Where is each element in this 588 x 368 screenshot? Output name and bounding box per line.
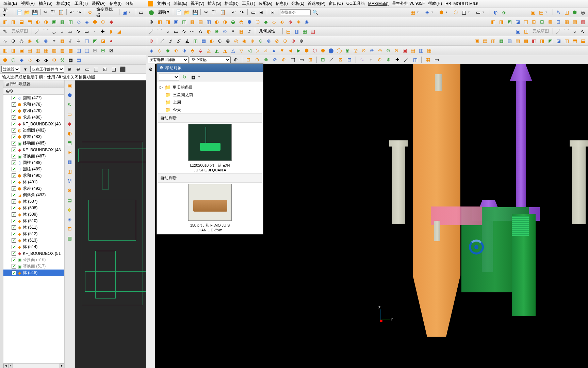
assy-icon[interactable]: ⬢: [1, 56, 9, 64]
tree-item[interactable]: ✔▯圆柱 (489): [3, 166, 64, 172]
checkbox[interactable]: ✔: [12, 135, 16, 139]
res-icon[interactable]: ▤: [66, 196, 74, 204]
tb3-icon[interactable]: ▤: [284, 28, 292, 35]
curve-icon[interactable]: ◎: [18, 37, 25, 45]
snap-icon[interactable]: ⊞: [307, 56, 314, 63]
tb5-icon[interactable]: ▦: [425, 47, 433, 54]
tb5-icon[interactable]: ◀: [287, 47, 294, 54]
arc3-icon[interactable]: ⌓: [66, 28, 74, 35]
filter-select1[interactable]: 过滤器: [1, 66, 20, 73]
tb2-icon[interactable]: ⊟: [538, 18, 546, 26]
tb3-icon[interactable]: ⌖: [229, 28, 237, 35]
checkbox[interactable]: ✔: [12, 180, 16, 184]
feat-icon[interactable]: ▣: [50, 18, 58, 26]
solid-icon[interactable]: ⊟: [99, 47, 107, 54]
tb4-icon[interactable]: ▧: [506, 37, 513, 45]
tree-item[interactable]: ✔◆KF_BOUNDBOX (48: [3, 147, 64, 153]
feat-icon[interactable]: ◑: [42, 18, 50, 26]
cut-icon[interactable]: ✂: [42, 9, 49, 16]
solid-icon[interactable]: ▨: [59, 47, 66, 54]
tb3-icon[interactable]: ○: [164, 28, 172, 35]
assy-icon[interactable]: ⬡: [10, 56, 17, 64]
res-icon[interactable]: ⬖: [66, 206, 74, 213]
tb3-icon[interactable]: ∿: [579, 28, 587, 35]
tb2-icon[interactable]: ◑: [221, 18, 229, 26]
tb2-icon[interactable]: ▦: [563, 18, 570, 26]
checkbox[interactable]: ✔: [12, 232, 16, 236]
tb2-icon[interactable]: ◇: [270, 18, 278, 26]
tb2-icon[interactable]: ◉: [303, 18, 310, 26]
tree-item[interactable]: ✔◆体 (508): [3, 205, 64, 211]
save-icon[interactable]: 💾: [31, 9, 38, 16]
start-dropdown[interactable]: 始 ▾: [1, 7, 12, 17]
checkbox[interactable]: ✔: [12, 251, 16, 256]
tb-icon[interactable]: ⬗: [500, 9, 507, 16]
tb-icon[interactable]: ⬢: [571, 9, 578, 16]
filter-icon[interactable]: ⊕: [232, 56, 240, 63]
filter-btn[interactable]: ⬚: [92, 65, 100, 73]
filter-btn[interactable]: ⊡: [101, 65, 109, 73]
feat-icon[interactable]: ◧: [1, 18, 9, 26]
solid-icon[interactable]: ⊞: [91, 47, 99, 54]
start-dropdown[interactable]: 启动 ▾: [156, 9, 171, 16]
tree-item[interactable]: ✔◐边倒圆 (482): [3, 127, 64, 134]
tb2-icon[interactable]: ⊞: [530, 18, 538, 26]
curve-icon[interactable]: ◩: [91, 37, 99, 45]
assy-icon[interactable]: ⚙: [50, 56, 58, 64]
res-icon[interactable]: ▣: [66, 82, 74, 89]
spline-icon[interactable]: ∿: [75, 28, 82, 35]
curve-icon[interactable]: ⫻: [75, 37, 82, 45]
solid-icon[interactable]: ▩: [67, 47, 74, 54]
tb-icon[interactable]: ✎: [555, 9, 562, 16]
tb-icon[interactable]: ⬢: [438, 9, 445, 16]
snap-icon[interactable]: ⊕: [385, 56, 392, 63]
tb5-icon[interactable]: ⬙: [197, 47, 204, 54]
tb-icon[interactable]: ▭: [249, 9, 257, 16]
tb3-icon[interactable]: A: [197, 28, 204, 35]
solid-icon[interactable]: ▦: [42, 47, 50, 54]
tb4-icon[interactable]: ▩: [522, 37, 529, 45]
tb3-icon[interactable]: ◫: [522, 28, 530, 35]
paste-icon[interactable]: 📋: [58, 9, 65, 16]
curve-icon[interactable]: ●: [108, 37, 115, 45]
tb4-icon[interactable]: ◧: [530, 37, 538, 45]
tb4-icon[interactable]: ◎: [232, 37, 240, 45]
arc-icon[interactable]: ⌒: [42, 28, 49, 35]
tb2-icon[interactable]: ◫: [522, 18, 529, 26]
feat-icon[interactable]: ⬓: [18, 18, 25, 26]
tb4-icon[interactable]: ▦: [200, 37, 207, 45]
checkbox[interactable]: ✔: [12, 212, 16, 217]
menu-insert[interactable]: 插入(S): [206, 0, 223, 7]
tb4-icon[interactable]: ⊚: [290, 37, 297, 45]
tree-item[interactable]: ✔◆体 (513): [3, 237, 64, 244]
snap-icon[interactable]: ↑: [367, 56, 375, 63]
menu-window[interactable]: 窗口(O): [327, 0, 344, 7]
feat-icon[interactable]: ◆: [108, 18, 115, 26]
tb5-icon[interactable]: ▣: [401, 47, 408, 54]
tb4-icon[interactable]: ▤: [481, 37, 489, 45]
tb3-icon[interactable]: ∿: [180, 28, 188, 35]
filter-btn[interactable]: ⊖: [75, 65, 82, 73]
nav-column-name[interactable]: 名称: [3, 88, 64, 95]
checkbox[interactable]: ✔: [12, 102, 16, 107]
nav-tree[interactable]: ✔◇圆锥 (477)✔⬢求和 (478)✔⬢求和 (479)✔⬢求差 (480)…: [3, 95, 64, 363]
snap-icon[interactable]: ⊗: [262, 56, 270, 63]
filter-btn[interactable]: ▭: [83, 65, 91, 73]
checkbox[interactable]: ✔: [12, 258, 16, 262]
checkbox[interactable]: ✔: [12, 167, 16, 171]
line-icon[interactable]: ／: [34, 28, 41, 35]
folder-expand[interactable]: ▷ 📁 更旧的条目: [158, 83, 262, 91]
tb3-icon[interactable]: ⋯: [189, 28, 196, 35]
start-icon[interactable]: ⬤: [148, 9, 155, 16]
tb4-icon[interactable]: ∡: [183, 37, 191, 45]
cmd-finder-icon[interactable]: ⚙: [87, 9, 94, 16]
tb2-icon[interactable]: ⊡: [555, 18, 562, 26]
checkbox[interactable]: ✔: [12, 173, 16, 178]
tb3-icon[interactable]: ⫽: [246, 28, 253, 35]
tb2-icon[interactable]: ◐: [213, 18, 220, 26]
tb5-icon[interactable]: ⊙: [360, 47, 368, 54]
tb3-icon[interactable]: ▥: [293, 28, 300, 35]
snap-icon[interactable]: ⊟: [319, 56, 327, 63]
feat-icon[interactable]: ◈: [83, 18, 91, 26]
rect-icon[interactable]: ▭: [138, 9, 145, 16]
